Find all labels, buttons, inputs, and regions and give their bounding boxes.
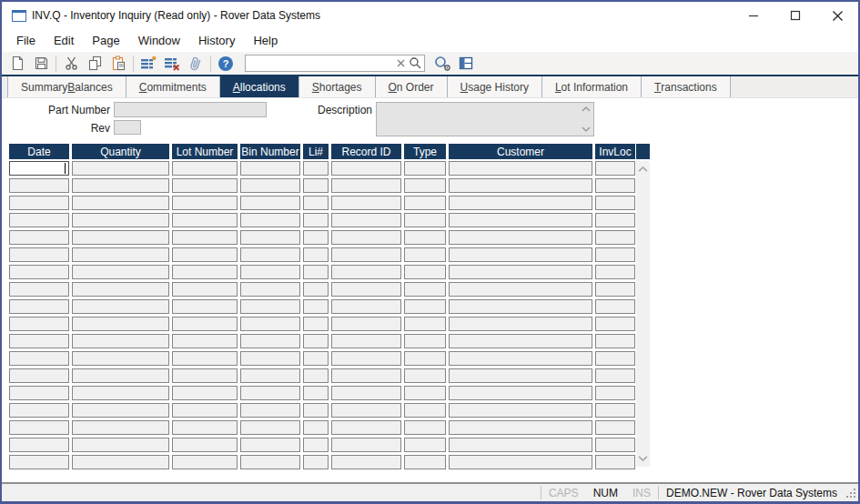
- menu-item-history[interactable]: History: [189, 31, 244, 50]
- cell-invloc[interactable]: [595, 282, 635, 297]
- cell-bin-number[interactable]: [240, 368, 300, 383]
- cell-customer[interactable]: [449, 317, 592, 331]
- cell-li-[interactable]: [303, 230, 329, 245]
- tab-allocations[interactable]: Allocations: [220, 76, 299, 97]
- menu-item-help[interactable]: Help: [244, 31, 287, 50]
- cell-li-[interactable]: [303, 368, 329, 383]
- cell-quantity[interactable]: [72, 230, 169, 245]
- cell-type[interactable]: [404, 455, 446, 469]
- lookup-button[interactable]: [430, 53, 454, 74]
- cell-type[interactable]: [404, 334, 446, 348]
- scroll-up-icon[interactable]: [637, 164, 649, 175]
- menu-item-file[interactable]: File: [7, 31, 45, 50]
- cell-customer[interactable]: [449, 386, 592, 400]
- new-button[interactable]: [5, 53, 29, 74]
- cell-invloc[interactable]: [595, 178, 635, 193]
- cell-record-id[interactable]: [331, 213, 401, 227]
- cell-record-id[interactable]: [331, 368, 401, 383]
- part-number-field[interactable]: [114, 102, 267, 117]
- cell-customer[interactable]: [449, 455, 592, 469]
- cell-invloc[interactable]: [595, 317, 635, 331]
- cell-date[interactable]: [9, 247, 69, 262]
- cell-date[interactable]: [9, 230, 69, 245]
- cell-record-id[interactable]: [331, 317, 401, 331]
- cell-customer[interactable]: [449, 265, 592, 279]
- menu-item-page[interactable]: Page: [83, 31, 128, 50]
- paste-button[interactable]: [106, 53, 130, 74]
- scrollbar-track[interactable]: [636, 161, 650, 467]
- cell-date[interactable]: [9, 299, 69, 314]
- cell-invloc[interactable]: [595, 455, 635, 469]
- cell-type[interactable]: [404, 213, 446, 227]
- column-header-record-id[interactable]: Record ID: [331, 144, 401, 159]
- table-view-button[interactable]: [454, 53, 478, 74]
- cell-record-id[interactable]: [331, 334, 401, 348]
- cell-lot-number[interactable]: [172, 351, 238, 366]
- column-header-lot-number[interactable]: Lot Number: [172, 144, 238, 159]
- tab-lot-information[interactable]: Lot Information: [542, 76, 642, 97]
- resize-grip[interactable]: [846, 486, 857, 499]
- cell-bin-number[interactable]: [240, 213, 300, 227]
- cell-type[interactable]: [404, 282, 446, 297]
- search-magnifier-icon[interactable]: [409, 56, 422, 70]
- insert-record-button[interactable]: [137, 53, 160, 74]
- cell-quantity[interactable]: [72, 161, 169, 176]
- cell-li-[interactable]: [303, 317, 329, 331]
- cell-bin-number[interactable]: [240, 438, 300, 452]
- cell-type[interactable]: [404, 161, 446, 176]
- cell-bin-number[interactable]: [240, 317, 300, 331]
- cell-lot-number[interactable]: [172, 161, 238, 176]
- cell-type[interactable]: [404, 299, 446, 314]
- cell-type[interactable]: [404, 403, 446, 418]
- cell-quantity[interactable]: [72, 317, 169, 331]
- cell-invloc[interactable]: [595, 299, 635, 314]
- rev-field[interactable]: [114, 120, 141, 135]
- cell-customer[interactable]: [449, 420, 592, 435]
- cell-lot-number[interactable]: [172, 420, 238, 435]
- cell-record-id[interactable]: [331, 299, 401, 314]
- cell-quantity[interactable]: [72, 420, 169, 435]
- cell-li-[interactable]: [303, 196, 329, 210]
- tab-summary-balances[interactable]: Summary Balances: [7, 76, 126, 97]
- cell-type[interactable]: [404, 420, 446, 435]
- cell-invloc[interactable]: [595, 438, 635, 452]
- cell-bin-number[interactable]: [240, 299, 300, 314]
- cell-li-[interactable]: [303, 420, 329, 435]
- cell-bin-number[interactable]: [240, 282, 300, 297]
- cell-lot-number[interactable]: [172, 196, 238, 210]
- cell-record-id[interactable]: [331, 161, 401, 176]
- cell-customer[interactable]: [449, 438, 592, 452]
- cell-quantity[interactable]: [72, 299, 169, 314]
- cell-customer[interactable]: [449, 230, 592, 245]
- cell-lot-number[interactable]: [172, 299, 238, 314]
- cell-lot-number[interactable]: [172, 334, 238, 348]
- cell-quantity[interactable]: [72, 178, 169, 193]
- tab-transactions[interactable]: Transactions: [642, 76, 731, 97]
- cell-bin-number[interactable]: [240, 161, 300, 176]
- cell-invloc[interactable]: [595, 247, 635, 262]
- cell-customer[interactable]: [449, 196, 592, 210]
- tab-commitments[interactable]: Commitments: [126, 76, 220, 97]
- column-header-date[interactable]: Date: [9, 144, 69, 159]
- cell-bin-number[interactable]: [240, 386, 300, 400]
- scroll-up-icon[interactable]: [581, 105, 592, 114]
- cell-invloc[interactable]: [595, 420, 635, 435]
- cell-lot-number[interactable]: [172, 230, 238, 245]
- cell-record-id[interactable]: [331, 455, 401, 469]
- cell-date[interactable]: [9, 196, 69, 210]
- cell-li-[interactable]: [303, 265, 329, 279]
- cell-bin-number[interactable]: [240, 351, 300, 366]
- cell-invloc[interactable]: [595, 161, 635, 176]
- cell-lot-number[interactable]: [172, 438, 238, 452]
- cell-type[interactable]: [404, 196, 446, 210]
- column-header-bin-number[interactable]: Bin Number: [240, 144, 300, 159]
- cell-invloc[interactable]: [595, 230, 635, 245]
- tab-shortages[interactable]: Shortages: [299, 76, 376, 97]
- cell-quantity[interactable]: [72, 247, 169, 262]
- cell-type[interactable]: [404, 317, 446, 331]
- cell-quantity[interactable]: [72, 386, 169, 400]
- description-field[interactable]: [376, 102, 594, 136]
- cell-date[interactable]: [9, 368, 69, 383]
- scroll-down-icon[interactable]: [581, 125, 592, 134]
- cell-quantity[interactable]: [72, 368, 169, 383]
